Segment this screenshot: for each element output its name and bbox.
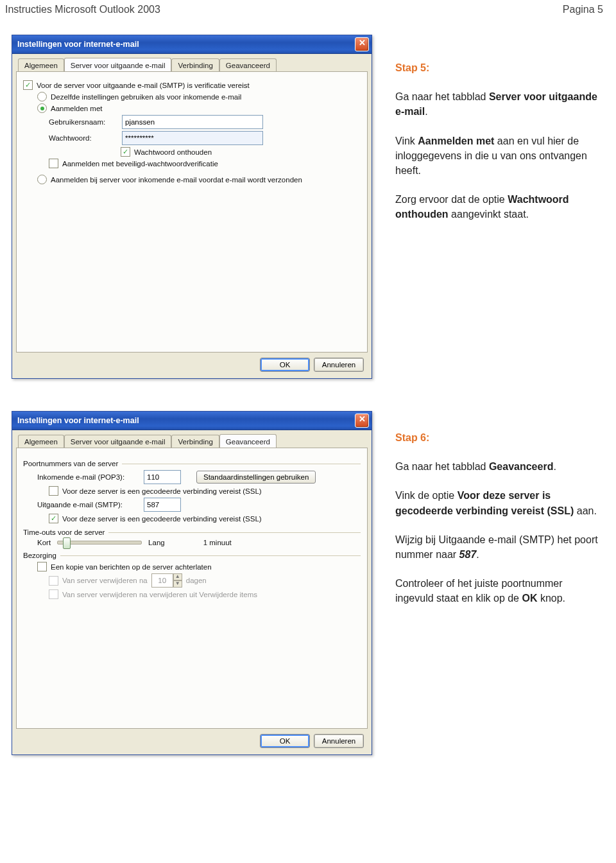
checkbox-spa[interactable]: [49, 159, 58, 168]
checkbox-smtp-auth[interactable]: ✓: [23, 80, 33, 90]
tab-uitgaande[interactable]: Server voor uitgaande e-mail: [64, 435, 172, 448]
group-timeout-title: Time-outs voor de server: [23, 528, 105, 536]
smtp-settings-dialog: Instellingen voor internet-e-mail ✕ Alge…: [12, 35, 372, 379]
ok-button[interactable]: OK: [260, 358, 310, 372]
label-same-settings: Dezelfde instellingen gebruiken als voor…: [51, 93, 241, 101]
label-smtp: Uitgaande e-mail (SMTP):: [37, 501, 140, 509]
checkbox-ssl-outgoing[interactable]: ✓: [49, 514, 58, 523]
step5-title: Stap 5:: [395, 60, 601, 75]
checkbox-remove-deleted: [49, 589, 58, 599]
step6-text: Stap 6: Ga naar het tabblad Geavanceerd.…: [395, 430, 601, 606]
doc-title: Instructies Microsoft Outlook 2003: [5, 4, 160, 15]
divider: [122, 464, 361, 464]
checkbox-ssl-incoming[interactable]: [49, 486, 58, 496]
step5-text: Stap 5: Ga naar het tabblad Server voor …: [395, 60, 601, 222]
divider: [60, 555, 361, 556]
dialog-titlebar: Instellingen voor internet-e-mail ✕: [12, 35, 372, 54]
cancel-button[interactable]: Annuleren: [314, 734, 364, 748]
days-spinner: ▲▼: [151, 573, 182, 588]
label-remember-password: Wachtwoord onthouden: [134, 148, 212, 156]
tab-verbinding[interactable]: Verbinding: [171, 58, 219, 72]
advanced-settings-dialog: Instellingen voor internet-e-mail ✕ Alge…: [12, 411, 372, 755]
label-long: Lang: [148, 539, 165, 546]
checkbox-remove-after: [49, 576, 58, 586]
close-icon[interactable]: ✕: [355, 37, 369, 51]
group-delivery-title: Bezorging: [23, 552, 56, 559]
label-username: Gebruikersnaam:: [49, 118, 118, 126]
checkbox-leave-copy[interactable]: [37, 562, 47, 571]
tab-verbinding[interactable]: Verbinding: [171, 435, 219, 448]
pop3-port-field[interactable]: [144, 470, 181, 484]
label-timeout-value: 1 minuut: [203, 539, 232, 546]
tabstrip: Algemeen Server voor uitgaande e-mail Ve…: [16, 434, 368, 448]
tabstrip: Algemeen Server voor uitgaande e-mail Ve…: [16, 58, 368, 71]
divider: [108, 532, 361, 533]
radio-same-settings[interactable]: [37, 92, 47, 101]
label-remove-after-a: Van server verwijderen na: [62, 577, 148, 584]
step6-title: Stap 6:: [395, 430, 601, 445]
label-login-before-send: Aanmelden bij server voor inkomende e-ma…: [51, 176, 302, 184]
dialog-titlebar: Instellingen voor internet-e-mail ✕: [12, 412, 372, 430]
cancel-button[interactable]: Annuleren: [314, 358, 364, 372]
radio-login-before-send[interactable]: [37, 175, 47, 184]
radio-login-with[interactable]: [37, 103, 47, 113]
tab-uitgaande[interactable]: Server voor uitgaande e-mail: [64, 58, 172, 71]
label-pop3: Inkomende e-mail (POP3):: [37, 473, 140, 481]
ok-button[interactable]: OK: [260, 734, 310, 748]
label-remove-deleted: Van server verwijderen na verwijderen ui…: [62, 591, 257, 598]
password-field[interactable]: [122, 131, 263, 145]
label-ssl-incoming: Voor deze server is een gecodeerde verbi…: [62, 487, 262, 495]
label-short: Kort: [37, 539, 51, 546]
tab-geavanceerd[interactable]: Geavanceerd: [219, 58, 277, 72]
group-ports-title: Poortnummers van de server: [23, 460, 118, 467]
smtp-port-field[interactable]: [144, 498, 181, 512]
checkbox-remember-password[interactable]: ✓: [121, 147, 130, 157]
label-leave-copy: Een kopie van berichten op de server ach…: [51, 563, 212, 571]
page-header: Instructies Microsoft Outlook 2003 Pagin…: [0, 0, 616, 35]
tab-geavanceerd[interactable]: Geavanceerd: [219, 434, 277, 448]
label-smtp-auth: Voor de server voor uitgaande e-mail (SM…: [37, 82, 250, 89]
label-ssl-outgoing: Voor deze server is een gecodeerde verbi…: [62, 515, 262, 523]
label-login-with: Aanmelden met: [51, 105, 103, 112]
tab-algemeen[interactable]: Algemeen: [18, 58, 64, 72]
defaults-button[interactable]: Standaardinstellingen gebruiken: [196, 471, 316, 484]
dialog-title: Instellingen voor internet-e-mail: [17, 416, 139, 425]
label-password: Wachtwoord:: [49, 134, 118, 142]
dialog-title: Instellingen voor internet-e-mail: [17, 40, 139, 49]
tab-algemeen[interactable]: Algemeen: [18, 435, 64, 448]
username-field[interactable]: [122, 115, 263, 129]
label-remove-after-b: dagen: [186, 577, 207, 584]
close-icon[interactable]: ✕: [355, 414, 369, 428]
page-number: Pagina 5: [563, 4, 603, 15]
label-spa: Aanmelden met beveiligd-wachtwoordverifi…: [62, 160, 218, 168]
timeout-slider[interactable]: [57, 541, 142, 545]
